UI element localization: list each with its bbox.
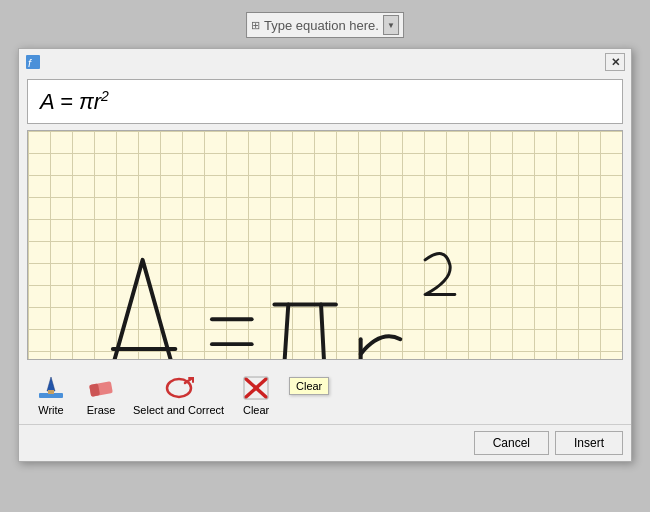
equation-bar-dropdown[interactable]: ▼ <box>383 15 399 35</box>
write-tool-button[interactable]: Write <box>29 372 73 418</box>
erase-tool-button[interactable]: Erase <box>79 372 123 418</box>
insert-button[interactable]: Insert <box>555 431 623 455</box>
write-tool-label: Write <box>38 404 63 416</box>
equation-bar-icon: ⊞ <box>251 19 260 32</box>
close-button[interactable]: ✕ <box>605 53 625 71</box>
drawing-canvas[interactable] <box>27 130 623 360</box>
dialog-titlebar: f ✕ <box>19 49 631 73</box>
erase-icon <box>85 374 117 402</box>
equation-bar-placeholder: Type equation here. <box>264 18 379 33</box>
erase-tool-label: Erase <box>87 404 116 416</box>
select-icon <box>163 374 195 402</box>
clear-icon <box>240 374 272 402</box>
svg-rect-4 <box>48 390 54 394</box>
bottom-bar: Cancel Insert <box>19 424 631 461</box>
dialog-title-icon: f <box>25 54 41 70</box>
write-icon <box>35 374 67 402</box>
tooltip: Clear <box>289 377 329 395</box>
select-tool-label: Select and Correct <box>133 404 224 416</box>
select-tool-button[interactable]: Select and Correct <box>129 372 228 418</box>
result-equation: A = πr2 <box>40 88 109 115</box>
clear-tool-button[interactable]: Clear <box>234 372 278 418</box>
cancel-button[interactable]: Cancel <box>474 431 549 455</box>
handwriting-svg <box>28 131 622 359</box>
math-input-dialog: f ✕ A = πr2 <box>18 48 632 462</box>
clear-tool-label: Clear <box>243 404 269 416</box>
equation-bar: ⊞ Type equation here. ▼ <box>246 12 404 38</box>
result-display: A = πr2 <box>27 79 623 124</box>
svg-marker-3 <box>47 377 55 391</box>
